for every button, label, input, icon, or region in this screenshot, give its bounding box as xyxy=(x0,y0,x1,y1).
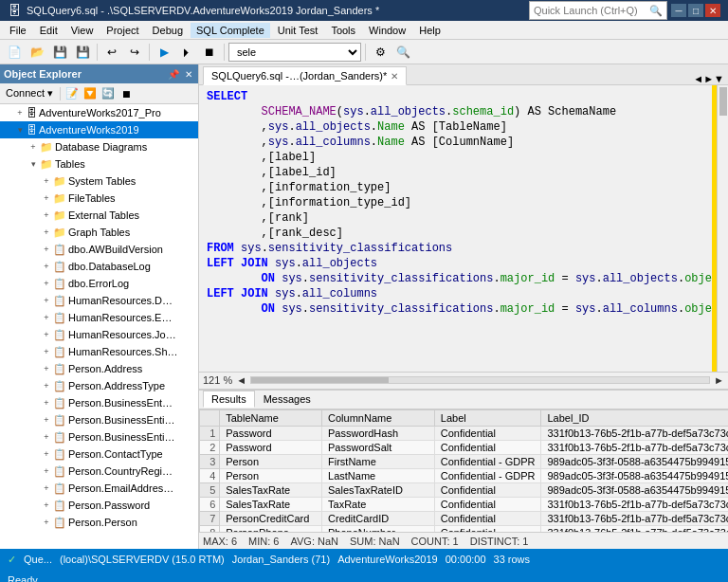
expand-icon-filetables[interactable]: + xyxy=(40,193,53,203)
menu-sql-complete[interactable]: SQL Complete xyxy=(191,23,270,38)
oe-close-button[interactable]: ✕ xyxy=(183,69,194,80)
menu-help[interactable]: Help xyxy=(413,23,446,38)
toolbar-btn-2[interactable]: 🔍 xyxy=(392,42,413,63)
sql-editor[interactable]: SELECT SCHEMA_NAME(sys.all_objects.schem… xyxy=(199,85,728,372)
tab-sqlquery6[interactable]: SQLQuery6.sql -…(Jordan_Sanders)* ✕ xyxy=(203,66,407,85)
expand-icon-hr-d[interactable]: + xyxy=(40,296,53,305)
expand-icon-person-biz2[interactable]: + xyxy=(40,415,53,425)
tree-item-filetables[interactable]: + 📁 FileTables xyxy=(0,190,198,207)
expand-icon-errorlog[interactable]: + xyxy=(40,279,53,288)
expand-icon-person-password[interactable]: + xyxy=(40,500,53,510)
oe-stop-btn[interactable]: ⏹ xyxy=(118,85,135,102)
tree-item-person-addresstype[interactable]: + 📋 Person.AddressType xyxy=(0,377,198,394)
col-header-label[interactable]: Label xyxy=(434,409,541,426)
col-header-columnname[interactable]: ColumnName xyxy=(322,409,435,426)
results-grid[interactable]: TableName ColumnName Label Label_ID Info… xyxy=(199,409,728,533)
tree-item-errorlog[interactable]: + 📋 dbo.ErrorLog xyxy=(0,275,198,292)
expand-icon-aw2017[interactable]: + xyxy=(13,108,27,118)
col-header-labelid[interactable]: Label_ID xyxy=(541,409,728,426)
zoom-scrollbar[interactable] xyxy=(250,376,710,384)
toolbar-btn-extra[interactable]: ⚙ xyxy=(370,42,391,63)
results-tab-results[interactable]: Results xyxy=(203,391,255,408)
zoom-scroll-right[interactable]: ► xyxy=(714,374,724,386)
tab-close-button[interactable]: ✕ xyxy=(391,71,398,82)
debug-button[interactable]: ⏵ xyxy=(176,42,197,63)
tree-item-person-person[interactable]: + 📋 Person.Person xyxy=(0,514,198,531)
undo-button[interactable]: ↩ xyxy=(101,42,122,63)
tab-scroll-left[interactable]: ◄ xyxy=(693,73,703,84)
execute-button[interactable]: ▶ xyxy=(154,42,174,63)
maximize-button[interactable]: □ xyxy=(688,4,703,17)
tree-item-external-tables[interactable]: + 📁 External Tables xyxy=(0,207,198,224)
tree-item-person-password[interactable]: + 📋 Person.Password xyxy=(0,497,198,514)
expand-icon-system-tables[interactable]: + xyxy=(40,176,53,186)
table-row[interactable]: 8PersonPhonePhoneNumberConfidential331f0… xyxy=(200,525,729,532)
results-tab-messages[interactable]: Messages xyxy=(255,391,319,408)
menu-unit-test[interactable]: Unit Test xyxy=(272,23,324,38)
oe-new-query-btn[interactable]: 📝 xyxy=(64,85,81,102)
save-all-button[interactable]: 💾 xyxy=(72,42,93,63)
oe-refresh-btn[interactable]: 🔄 xyxy=(100,85,117,102)
expand-icon-person-biz3[interactable]: + xyxy=(40,432,53,442)
open-button[interactable]: 📂 xyxy=(27,42,47,63)
redo-button[interactable]: ↪ xyxy=(124,42,145,63)
tree-item-hr-sh[interactable]: + 📋 HumanResources.Sh… xyxy=(0,343,198,360)
tree-item-hr-jo[interactable]: + 📋 HumanResources.Jo… xyxy=(0,326,198,343)
expand-icon-person-country[interactable]: + xyxy=(40,466,53,476)
tree-item-hr-e[interactable]: + 📋 HumanResources.E… xyxy=(0,309,198,326)
tree-item-system-tables[interactable]: + 📁 System Tables xyxy=(0,173,198,190)
menu-tools[interactable]: Tools xyxy=(325,23,361,38)
stop-button[interactable]: ⏹ xyxy=(199,42,220,63)
oe-filter-btn[interactable]: 🔽 xyxy=(82,85,99,102)
tree-item-hr-d[interactable]: + 📋 HumanResources.D… xyxy=(0,292,198,309)
menu-file[interactable]: File xyxy=(4,23,32,38)
tree-item-db-diagrams[interactable]: + 📁 Database Diagrams xyxy=(0,138,198,155)
close-button[interactable]: ✕ xyxy=(705,4,720,17)
tree-item-person-contact[interactable]: + 📋 Person.ContactType xyxy=(0,446,198,463)
quick-launch-search[interactable]: 🔍 xyxy=(529,1,667,20)
expand-icon-hr-e[interactable]: + xyxy=(40,313,53,322)
expand-icon-tables[interactable]: ▾ xyxy=(27,159,40,169)
tab-options-button[interactable]: ▼ xyxy=(714,73,724,84)
tree-item-graph-tables[interactable]: + 📁 Graph Tables xyxy=(0,224,198,241)
menu-project[interactable]: Project xyxy=(100,23,144,38)
table-row[interactable]: 6SalesTaxRateTaxRateConfidential331f0b13… xyxy=(200,497,729,511)
expand-icon-awbuild[interactable]: + xyxy=(40,245,53,254)
tree-item-aw2019[interactable]: ▾ 🗄 AdventureWorks2019 xyxy=(0,121,198,138)
expand-icon-graph-tables[interactable]: + xyxy=(40,227,53,237)
expand-icon-external-tables[interactable]: + xyxy=(40,210,53,220)
scrollbar-thumb[interactable] xyxy=(719,87,727,116)
expand-icon-aw2019[interactable]: ▾ xyxy=(13,125,27,135)
table-row[interactable]: 1PasswordPasswordHashConfidential331f0b1… xyxy=(200,426,729,440)
col-header-tablename[interactable]: TableName xyxy=(220,409,322,426)
menu-edit[interactable]: Edit xyxy=(34,23,64,38)
expand-icon-person-addresstype[interactable]: + xyxy=(40,381,53,391)
save-button[interactable]: 💾 xyxy=(49,42,70,63)
table-row[interactable]: 2PasswordPasswordSaltConfidential331f0b1… xyxy=(200,440,729,454)
tree-item-person-country[interactable]: + 📋 Person.CountryRegi… xyxy=(0,463,198,480)
expand-icon-hr-sh[interactable]: + xyxy=(40,347,53,356)
table-row[interactable]: 5SalesTaxRateSalesTaxRateIDConfidential9… xyxy=(200,482,729,497)
tab-scroll-right[interactable]: ► xyxy=(703,73,714,84)
tree-item-tables[interactable]: ▾ 📁 Tables xyxy=(0,155,198,173)
expand-icon-person-address[interactable]: + xyxy=(40,364,53,373)
expand-icon-hr-jo[interactable]: + xyxy=(40,330,53,339)
oe-connect-label[interactable]: Connect ▾ xyxy=(2,87,57,100)
expand-icon-person-email[interactable]: + xyxy=(40,483,53,493)
table-row[interactable]: 7PersonCreditCardCreditCardIDConfidentia… xyxy=(200,511,729,525)
tree-item-person-address[interactable]: + 📋 Person.Address xyxy=(0,360,198,377)
expand-icon-person-contact[interactable]: + xyxy=(40,449,53,459)
menu-view[interactable]: View xyxy=(65,23,100,38)
table-row[interactable]: 3PersonFirstNameConfidential - GDPR989ad… xyxy=(200,454,729,468)
tree-item-person-email[interactable]: + 📋 Person.EmailAddres… xyxy=(0,480,198,497)
database-selector[interactable]: sele AdventureWorks2019 xyxy=(228,43,361,62)
expand-icon-db-diagrams[interactable]: + xyxy=(27,142,40,152)
tree-item-aw2017[interactable]: + 🗄 AdventureWorks2017_Pro xyxy=(0,104,198,121)
tree-item-person-biz3[interactable]: + 📋 Person.BusinessEnti… xyxy=(0,428,198,446)
quick-launch-input[interactable] xyxy=(534,5,647,16)
tree-item-person-biz1[interactable]: + 📋 Person.BusinessEnt… xyxy=(0,394,198,411)
menu-window[interactable]: Window xyxy=(363,23,411,38)
tree-item-databaselog[interactable]: + 📋 dbo.DatabaseLog xyxy=(0,258,198,275)
tree-item-person-biz2[interactable]: + 📋 Person.BusinessEnti… xyxy=(0,411,198,428)
menu-debug[interactable]: Debug xyxy=(147,23,189,38)
